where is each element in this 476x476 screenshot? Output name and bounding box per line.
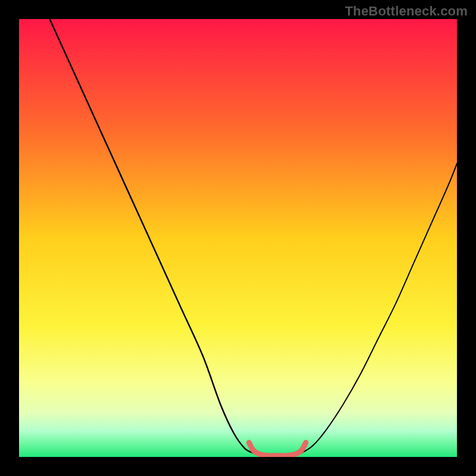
gradient-background <box>19 19 457 457</box>
chart-frame: TheBottleneck.com <box>0 0 476 476</box>
watermark-text: TheBottleneck.com <box>345 4 468 19</box>
chart-svg <box>19 19 457 457</box>
plot-area <box>19 19 457 457</box>
